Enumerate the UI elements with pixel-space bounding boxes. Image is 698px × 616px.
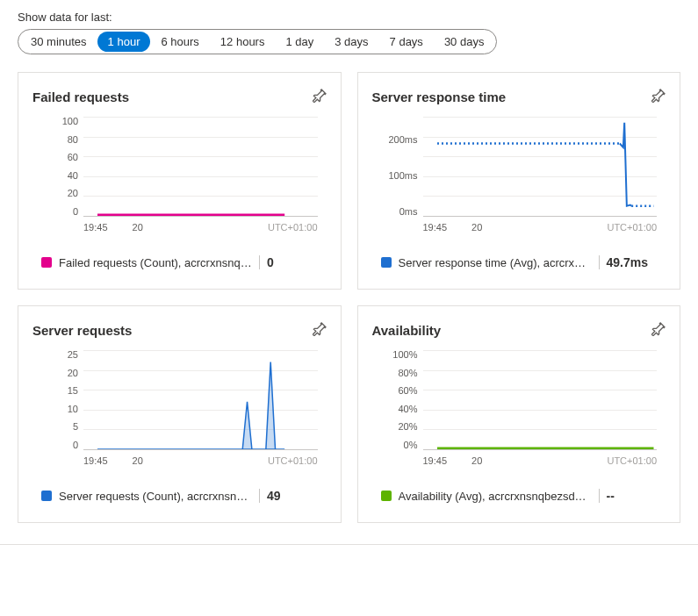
chart-plot[interactable] — [83, 117, 318, 217]
resize-handle-icon[interactable] — [339, 552, 360, 557]
legend-label: Server response time (Avg), acrcrxn… — [399, 256, 592, 269]
card-failed-requests[interactable]: Failed requests 100 80 60 40 20 0 — [18, 72, 342, 290]
pill-12hours[interactable]: 12 hours — [210, 32, 276, 52]
card-title: Failed requests — [32, 90, 129, 104]
y-axis-labels: 100% 80% 60% 40% 20% 0% — [383, 350, 418, 450]
legend-label: Availability (Avg), acrcrxnsnqbezsd2-… — [399, 490, 592, 503]
swatch — [381, 491, 392, 501]
pill-30days[interactable]: 30 days — [434, 32, 495, 52]
legend-label: Server requests (Count), acrcrxnsnqb… — [59, 490, 252, 503]
time-range-selector: 30 minutes 1 hour 6 hours 12 hours 1 day… — [18, 29, 497, 54]
card-title: Server requests — [32, 323, 132, 338]
pill-7days[interactable]: 7 days — [379, 32, 434, 52]
card-availability[interactable]: Availability 100% 80% 60% 40% 20% 0% — [357, 305, 681, 523]
pill-6hours[interactable]: 6 hours — [150, 32, 209, 52]
swatch — [381, 257, 392, 268]
legend-value: 49 — [259, 489, 281, 503]
legend-value: 0 — [259, 255, 274, 269]
swatch — [41, 491, 52, 501]
pill-1hour[interactable]: 1 hour — [97, 32, 151, 52]
chart-plot[interactable] — [83, 350, 318, 450]
x-axis-labels: 19:4520 UTC+01:00 — [83, 455, 318, 466]
y-axis-labels: · 200ms · 100ms · 0ms — [383, 117, 418, 217]
pin-icon[interactable] — [646, 319, 668, 340]
chart-plot[interactable] — [423, 350, 658, 450]
pill-30min[interactable]: 30 minutes — [20, 32, 97, 52]
card-title: Availability — [372, 323, 442, 338]
pin-icon[interactable] — [307, 319, 329, 340]
pin-icon[interactable] — [307, 85, 329, 107]
card-server-requests[interactable]: Server requests 25 20 15 10 5 0 — [18, 305, 342, 523]
time-range-label: Show data for last: — [18, 11, 680, 24]
x-axis-labels: 19:4520 UTC+01:00 — [423, 455, 658, 466]
legend-label: Failed requests (Count), acrcrxnsnqb… — [59, 256, 252, 269]
chart-legend: Server requests (Count), acrcrxnsnqb… 49 — [41, 489, 327, 503]
pin-icon[interactable] — [646, 85, 668, 107]
chart-legend: Availability (Avg), acrcrxnsnqbezsd2-… -… — [381, 489, 666, 503]
y-axis-labels: 25 20 15 10 5 0 — [43, 350, 78, 450]
card-server-response-time[interactable]: Server response time · 200ms · 100ms · 0… — [357, 72, 681, 290]
x-axis-labels: 19:4520 UTC+01:00 — [83, 222, 318, 233]
pill-1day[interactable]: 1 day — [275, 32, 324, 52]
x-axis-labels: 19:4520 UTC+01:00 — [423, 222, 658, 233]
pill-3days[interactable]: 3 days — [324, 32, 378, 52]
chart-legend: Failed requests (Count), acrcrxnsnqb… 0 — [41, 255, 327, 269]
legend-value: 49.7ms — [599, 255, 648, 269]
chart-plot[interactable] — [423, 117, 658, 217]
swatch — [41, 257, 52, 268]
chart-legend: Server response time (Avg), acrcrxn… 49.… — [381, 255, 666, 269]
legend-value: -- — [599, 489, 615, 503]
y-axis-labels: 100 80 60 40 20 0 — [43, 117, 78, 217]
card-title: Server response time — [372, 90, 507, 104]
